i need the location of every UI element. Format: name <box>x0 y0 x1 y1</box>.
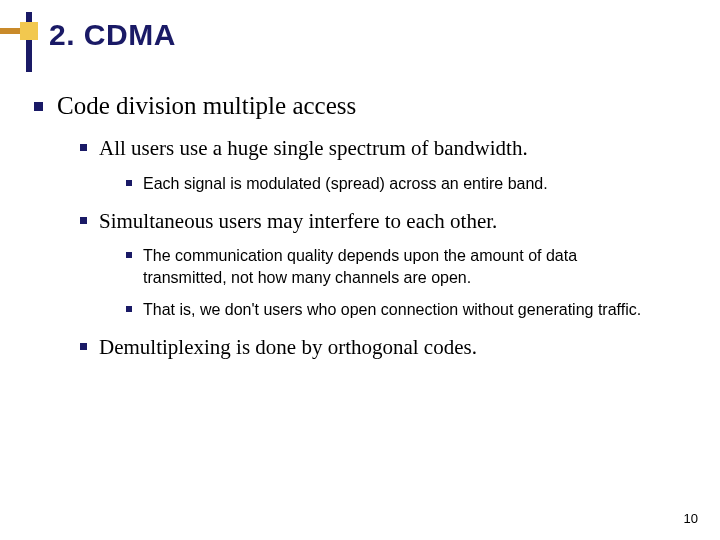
bullet-level2-text: Simultaneous users may interfere to each… <box>99 208 497 235</box>
bullet-level2: Demultiplexing is done by orthogonal cod… <box>80 334 690 361</box>
bullet-level3-text: That is, we don't users who open connect… <box>143 299 641 321</box>
bullet-level2: All users use a huge single spectrum of … <box>80 135 690 162</box>
square-bullet-icon <box>126 180 132 186</box>
bullet-level3-text: The communication quality depends upon t… <box>143 245 663 288</box>
square-bullet-icon <box>126 306 132 312</box>
bullet-level3: Each signal is modulated (spread) across… <box>126 173 690 195</box>
bullet-level2: Simultaneous users may interfere to each… <box>80 208 690 235</box>
bullet-level2-text: Demultiplexing is done by orthogonal cod… <box>99 334 477 361</box>
slide-title: 2. CDMA <box>49 18 176 52</box>
bullet-level1: Code division multiple access <box>34 90 690 121</box>
bullet-level2-text: All users use a huge single spectrum of … <box>99 135 528 162</box>
square-bullet-icon <box>80 343 87 350</box>
bullet-level1-text: Code division multiple access <box>57 90 356 121</box>
title-accent-vertical <box>26 12 32 72</box>
title-accent-square <box>20 22 38 40</box>
bullet-level3: That is, we don't users who open connect… <box>126 299 690 321</box>
square-bullet-icon <box>34 102 43 111</box>
square-bullet-icon <box>80 217 87 224</box>
square-bullet-icon <box>126 252 132 258</box>
slide-body: Code division multiple access All users … <box>34 90 690 370</box>
bullet-level3: The communication quality depends upon t… <box>126 245 690 288</box>
page-number: 10 <box>684 511 698 526</box>
bullet-level3-text: Each signal is modulated (spread) across… <box>143 173 548 195</box>
slide: 2. CDMA Code division multiple access Al… <box>0 0 720 540</box>
square-bullet-icon <box>80 144 87 151</box>
